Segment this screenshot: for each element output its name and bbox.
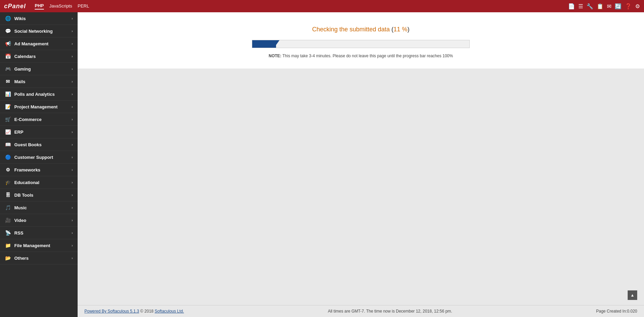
sidebar-label-rss: RSS [14,230,23,236]
chevron-rss: › [71,231,73,235]
doc-icon[interactable]: 📄 [568,3,575,10]
sidebar-item-gaming[interactable]: 🎮 Gaming › [0,63,78,75]
ad-management-icon: 📢 [5,41,11,46]
sidebar-label-db-tools: DB Tools [14,193,33,198]
sidebar-item-ecommerce[interactable]: 🛒 E-Commerce › [0,113,78,126]
nav-php[interactable]: PHP [35,3,44,10]
sidebar-label-polls: Polls and Analytics [14,92,55,97]
chevron-mails: › [71,79,73,84]
footer-time: All times are GMT-7. The time now is Dec… [184,309,596,314]
sidebar-label-mails: Mails [14,79,26,84]
chevron-project: › [71,105,73,109]
sidebar-label-ad-management: Ad Management [14,41,48,46]
softaculous-link[interactable]: Softaculous Ltd. [155,309,184,314]
sidebar-label-ecommerce: E-Commerce [14,117,42,122]
sidebar-item-guest-books[interactable]: 📖 Guest Books › [0,138,78,151]
progress-arrow [273,40,279,45]
mails-icon: ✉ [5,79,11,84]
chevron-social: › [71,29,73,33]
nav-perl[interactable]: PERL [78,3,89,9]
footer-links: Powered By Softaculous 5.1.3 © 2018 Soft… [84,309,184,314]
mail-icon[interactable]: ✉ [607,3,611,10]
sidebar-label-guest-books: Guest Books [14,142,42,147]
rss-icon: 📡 [5,230,11,236]
nav-javascripts[interactable]: JavaScripts [49,3,72,9]
chevron-db: › [71,193,73,197]
sidebar-item-mails[interactable]: ✉ Mails › [0,75,78,88]
sidebar-label-others: Others [14,256,29,261]
note-text: This may take 3-4 minutes. Please do not… [283,54,453,58]
sidebar-item-video[interactable]: 🎥 Video › [0,214,78,227]
copyright-text: © 2018 [140,309,154,314]
sidebar-item-project-management[interactable]: 📝 Project Management › [0,101,78,113]
progress-bar-container [252,40,470,48]
scroll-top-button[interactable]: ▲ [628,290,637,300]
sidebar-item-file-management[interactable]: 📁 File Management › [0,239,78,252]
layout: 🌐 Wikis › 💬 Social Networking › 📢 Ad Man… [0,12,644,317]
chevron-video: › [71,218,73,222]
polls-icon: 📊 [5,91,11,97]
guest-books-icon: 📖 [5,142,11,147]
progress-title: Checking the submitted data (11 %) [84,26,637,33]
customer-support-icon: 🔵 [5,154,11,160]
help-icon[interactable]: ❓ [625,3,632,10]
sidebar-label-educational: Educational [14,180,39,185]
footer-created: Page Created In:0.020 [596,309,637,314]
chevron-ad: › [71,42,73,46]
sidebar-item-customer-support[interactable]: 🔵 Customer Support › [0,151,78,164]
educational-icon: 🎓 [5,180,11,185]
chevron-ecommerce: › [71,117,73,121]
gear-icon[interactable]: ⚙ [635,3,640,10]
sidebar-label-frameworks: Frameworks [14,167,41,172]
sidebar-item-erp[interactable]: 📈 ERP › [0,126,78,138]
chevron-others: › [71,256,73,260]
sidebar-item-educational[interactable]: 🎓 Educational › [0,176,78,189]
content-area: Checking the submitted data (11 %) NOTE:… [78,12,644,69]
sidebar-item-ad-management[interactable]: 📢 Ad Management › [0,37,78,50]
project-management-icon: 📝 [5,104,11,109]
ecommerce-icon: 🛒 [5,117,11,122]
sidebar-item-db-tools[interactable]: 🗄 DB Tools › [0,189,78,201]
sidebar-label-project-management: Project Management [14,104,58,109]
sidebar-label-video: Video [14,218,26,223]
sidebar-item-social-networking[interactable]: 💬 Social Networking › [0,25,78,37]
sidebar-item-others[interactable]: 📂 Others › [0,252,78,265]
header: cPanel PHP JavaScripts PERL 📄 ☰ 🔧 📋 ✉ 🔄 … [0,0,644,12]
chevron-erp: › [71,130,73,134]
gray-area [78,69,644,305]
progress-note: NOTE: This may take 3-4 minutes. Please … [84,54,637,58]
footer-bar: Powered By Softaculous 5.1.3 © 2018 Soft… [78,305,644,317]
wrench-icon[interactable]: 🔧 [586,3,593,10]
sidebar-label-erp: ERP [14,130,23,135]
file-management-icon: 📁 [5,243,11,248]
note-label: NOTE: [269,54,281,58]
others-icon: 📂 [5,255,11,261]
header-icons: 📄 ☰ 🔧 📋 ✉ 🔄 ❓ ⚙ [568,3,640,10]
grid-icon[interactable]: ☰ [578,3,583,10]
sidebar-label-wikis: Wikis [14,16,26,21]
db-tools-icon: 🗄 [5,192,11,198]
sidebar-item-calendars[interactable]: 📅 Calendars › [0,50,78,63]
sidebar-item-rss[interactable]: 📡 RSS › [0,227,78,239]
sidebar-item-music[interactable]: 🎵 Music › [0,201,78,214]
chevron-gaming: › [71,67,73,71]
progress-percent: 11 % [393,26,407,33]
brand-logo: cPanel [4,3,26,10]
social-networking-icon: 💬 [5,28,11,34]
refresh-icon[interactable]: 🔄 [615,3,622,10]
chevron-guest: › [71,142,73,147]
clipboard-icon[interactable]: 📋 [597,3,603,10]
gaming-icon: 🎮 [5,66,11,72]
sidebar-item-wikis[interactable]: 🌐 Wikis › [0,12,78,25]
header-nav: cPanel PHP JavaScripts PERL [4,3,568,10]
powered-by-link[interactable]: Powered By Softaculous 5.1.3 [84,309,139,314]
chevron-educational: › [71,180,73,184]
sidebar-item-frameworks[interactable]: ⚙ Frameworks › [0,164,78,176]
chevron-customer: › [71,155,73,159]
sidebar-item-polls[interactable]: 📊 Polls and Analytics › [0,88,78,101]
erp-icon: 📈 [5,129,11,135]
sidebar-label-gaming: Gaming [14,66,31,72]
wikis-icon: 🌐 [5,16,11,21]
calendars-icon: 📅 [5,54,11,59]
sidebar-label-file-management: File Management [14,243,50,248]
